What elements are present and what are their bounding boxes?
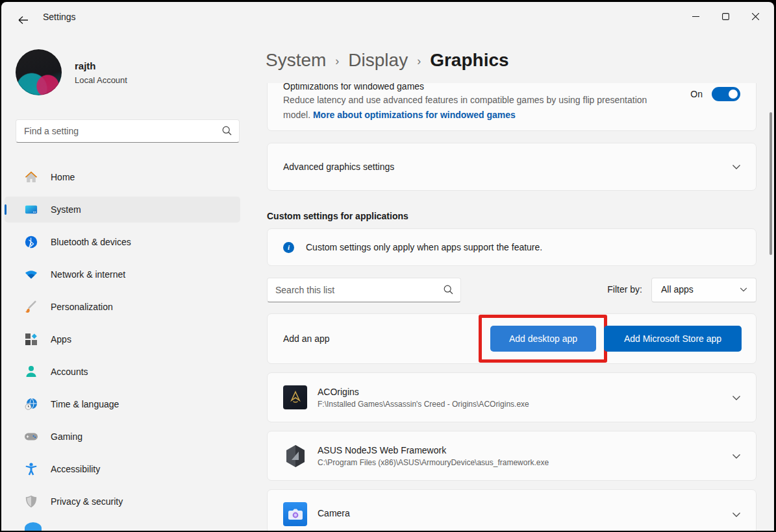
search-icon: [444, 285, 453, 295]
sidebar-item-apps[interactable]: Apps: [5, 326, 240, 352]
home-icon: [25, 171, 38, 184]
breadcrumb-separator: ›: [335, 53, 339, 68]
sidebar-item-personalization[interactable]: Personalization: [5, 294, 240, 320]
time-language-icon: [25, 398, 38, 411]
camera-app-icon: [283, 502, 307, 526]
apps-icon: [25, 333, 38, 346]
chevron-down-icon[interactable]: [731, 162, 742, 172]
breadcrumb-separator: ›: [417, 53, 421, 68]
accounts-icon: [25, 365, 38, 378]
custom-settings-heading: Custom settings for applications: [267, 211, 757, 221]
optimizations-title: Optimizations for windowed games: [268, 83, 756, 91]
annotation-highlight: Add desktop app: [479, 315, 607, 363]
acorigins-app-icon: [283, 385, 307, 409]
find-a-setting-box[interactable]: [16, 119, 240, 143]
filter-dropdown[interactable]: All apps: [651, 278, 757, 302]
app-name: ASUS NodeJS Web Framework: [318, 445, 549, 455]
app-title: Settings: [43, 12, 76, 22]
optimizations-description: Reduce latency and use advanced features…: [268, 91, 688, 123]
sidebar-item-system[interactable]: System: [5, 197, 240, 223]
info-icon: i: [283, 242, 294, 253]
sidebar-item-accessibility[interactable]: Accessibility: [5, 456, 240, 482]
window-controls: [681, 6, 770, 27]
close-icon: [752, 13, 759, 20]
info-bar: i Custom settings only apply when apps s…: [267, 228, 757, 266]
chevron-down-icon[interactable]: [731, 393, 742, 403]
close-button[interactable]: [740, 6, 770, 27]
vertical-scrollbar[interactable]: [770, 112, 772, 255]
sidebar-nav: Home System Bluetooth & devices: [1, 161, 248, 531]
sidebar: rajth Local Account Home: [1, 33, 248, 531]
sidebar-item-time-language[interactable]: Time & language: [5, 391, 240, 417]
app-row-camera[interactable]: Camera: [267, 489, 757, 531]
chevron-down-icon[interactable]: [731, 509, 742, 520]
chevron-down-icon: [739, 285, 748, 294]
back-arrow-icon: [18, 16, 29, 25]
bluetooth-icon: [25, 236, 38, 248]
accessibility-icon: [25, 463, 38, 476]
toggle-state-label: On: [690, 89, 703, 99]
info-text: Custom settings only apply when apps sup…: [306, 242, 542, 252]
optimizations-toggle[interactable]: [712, 87, 740, 101]
app-name: ACOrigins: [318, 387, 529, 397]
maximize-icon: [722, 13, 729, 20]
add-an-app-label: Add an app: [283, 333, 330, 344]
toggle-knob: [729, 90, 738, 99]
filter-selected-value: All apps: [661, 284, 694, 295]
user-account-type: Local Account: [75, 75, 127, 85]
back-button[interactable]: [13, 12, 34, 28]
paintbrush-icon: [25, 300, 38, 313]
gaming-icon: [25, 430, 38, 443]
app-row-asus-nodejs[interactable]: ASUS NodeJS Web Framework C:\Program Fil…: [267, 431, 757, 481]
app-row-acorigins[interactable]: ACOrigins F:\Installed Games\Assassin's …: [267, 372, 757, 422]
settings-window: Settings rajth Local Account: [1, 2, 774, 531]
advanced-graphics-settings-card[interactable]: Advanced graphics settings: [267, 143, 757, 191]
user-avatar[interactable]: [16, 49, 62, 95]
breadcrumb: System › Display › Graphics: [266, 50, 509, 71]
sidebar-item-gaming[interactable]: Gaming: [5, 424, 240, 450]
app-path: F:\Installed Games\Assassin's Creed - Or…: [318, 400, 529, 409]
advanced-graphics-settings-label: Advanced graphics settings: [283, 162, 394, 172]
sidebar-item-home[interactable]: Home: [5, 164, 240, 190]
shield-icon: [25, 495, 38, 508]
titlebar: Settings: [1, 2, 774, 33]
add-an-app-card: Add an app Add desktop app Add Microsoft…: [267, 313, 757, 364]
optimizations-windowed-games-card: Optimizations for windowed games Reduce …: [267, 83, 757, 131]
sidebar-item-accounts[interactable]: Accounts: [5, 359, 240, 385]
search-list-input[interactable]: [275, 279, 431, 301]
wifi-icon: [25, 268, 38, 281]
app-name: Camera: [318, 508, 350, 518]
list-tools-row: Filter by: All apps: [267, 278, 757, 302]
sidebar-item-bluetooth-devices[interactable]: Bluetooth & devices: [5, 229, 240, 255]
content-scroll-area[interactable]: Optimizations for windowed games Reduce …: [267, 83, 757, 531]
add-microsoft-store-app-button[interactable]: Add Microsoft Store app: [604, 326, 742, 352]
search-list-box[interactable]: [267, 278, 461, 302]
system-icon: [25, 203, 38, 216]
breadcrumb-system[interactable]: System: [266, 50, 326, 71]
selection-indicator: [5, 204, 6, 215]
add-desktop-app-button[interactable]: Add desktop app: [490, 326, 596, 352]
breadcrumb-display[interactable]: Display: [348, 50, 408, 71]
search-icon: [222, 126, 232, 136]
find-a-setting-input[interactable]: [24, 121, 212, 141]
filter-by-label: Filter by:: [607, 284, 642, 295]
breadcrumb-current-graphics: Graphics: [430, 50, 508, 71]
asus-framework-app-icon: [283, 444, 307, 468]
sidebar-item-network-internet[interactable]: Network & internet: [5, 261, 240, 287]
sidebar-item-privacy-security[interactable]: Privacy & security: [5, 489, 240, 514]
app-path: C:\Program Files (x86)\ASUS\ArmouryDevic…: [318, 458, 549, 467]
maximize-button[interactable]: [710, 6, 740, 27]
minimize-icon: [692, 13, 699, 20]
windows-update-icon[interactable]: [25, 522, 42, 531]
more-about-optimizations-link[interactable]: More about optimizations for windowed ga…: [313, 110, 516, 120]
minimize-button[interactable]: [681, 6, 710, 27]
chevron-down-icon[interactable]: [731, 451, 742, 461]
user-name: rajth: [75, 60, 96, 71]
